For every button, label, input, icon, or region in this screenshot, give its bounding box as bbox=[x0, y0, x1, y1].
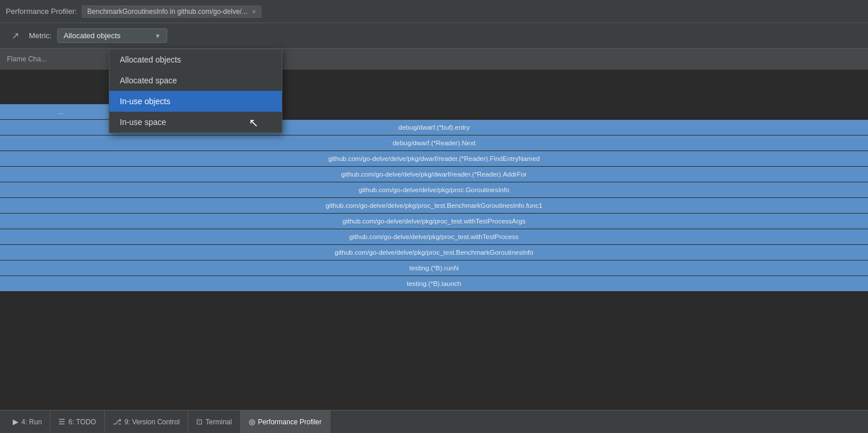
dropdown-item-allocated-space[interactable]: Allocated space bbox=[109, 70, 282, 91]
title-bar: Performance Profiler: BenchmarkGoroutine… bbox=[0, 0, 868, 23]
profiler-icon: ◎ bbox=[249, 417, 255, 426]
dropdown-item-inuse-space[interactable]: In-use space bbox=[109, 112, 282, 133]
table-row: github.com/go-delve/delve/pkg/dwarf/read… bbox=[0, 151, 868, 166]
status-bar: ▶ 4: Run ☰ 6: TODO ⎇ 9: Version Control … bbox=[0, 410, 868, 433]
flame-bar-5[interactable]: github.com/go-delve/delve/pkg/proc_test.… bbox=[0, 198, 868, 213]
status-todo-label: 6: TODO bbox=[68, 418, 96, 426]
flame-bar-10[interactable]: testing.(*B).launch bbox=[0, 276, 868, 291]
export-button[interactable]: ↗ bbox=[7, 28, 23, 44]
status-run[interactable]: ▶ 4: Run bbox=[5, 410, 50, 433]
flame-bar-3[interactable]: github.com/go-delve/delve/pkg/dwarf/read… bbox=[0, 167, 868, 182]
status-vcs-label: 9: Version Control bbox=[124, 418, 179, 426]
table-row: github.com/go-delve/delve/pkg/proc.Gorou… bbox=[0, 182, 868, 197]
terminal-icon: ⊡ bbox=[196, 417, 203, 426]
status-terminal-label: Terminal bbox=[205, 418, 231, 426]
flame-chart-label: Flame Cha... bbox=[7, 55, 47, 63]
metric-dropdown-menu: Allocated objects Allocated space In-use… bbox=[109, 49, 282, 133]
status-run-label: 4: Run bbox=[21, 418, 42, 426]
table-row: github.com/go-delve/delve/pkg/proc_test.… bbox=[0, 229, 868, 244]
status-todo[interactable]: ☰ 6: TODO bbox=[50, 410, 105, 433]
table-row: testing.(*B).launch bbox=[0, 276, 868, 291]
export-icon: ↗ bbox=[12, 30, 19, 41]
table-row: github.com/go-delve/delve/pkg/proc_test.… bbox=[0, 214, 868, 229]
main-toolbar: ↗ Metric: Allocated objects ▼ bbox=[0, 23, 868, 49]
table-row: github.com/go-delve/delve/pkg/dwarf/read… bbox=[0, 167, 868, 182]
flame-bar-short[interactable]: ... bbox=[0, 104, 122, 119]
tab-label: BenchmarkGoroutinesInfo in github.com/go… bbox=[87, 8, 248, 16]
tab-close-button[interactable]: × bbox=[252, 8, 256, 15]
flame-bar-7[interactable]: github.com/go-delve/delve/pkg/proc_test.… bbox=[0, 229, 868, 244]
metric-label: Metric: bbox=[29, 31, 52, 40]
flame-bar-2[interactable]: github.com/go-delve/delve/pkg/dwarf/read… bbox=[0, 151, 868, 166]
table-row: github.com/go-delve/delve/pkg/proc_test.… bbox=[0, 245, 868, 260]
run-icon: ▶ bbox=[13, 417, 19, 426]
status-profiler-label: Performance Profiler bbox=[258, 418, 322, 426]
status-terminal[interactable]: ⊡ Terminal bbox=[188, 410, 240, 433]
table-row: testing.(*B).runN bbox=[0, 260, 868, 276]
flame-bar-9[interactable]: testing.(*B).runN bbox=[0, 260, 868, 276]
flame-bar-4[interactable]: github.com/go-delve/delve/pkg/proc.Gorou… bbox=[0, 182, 868, 197]
status-version-control[interactable]: ⎇ 9: Version Control bbox=[105, 410, 188, 433]
flame-bar-8[interactable]: github.com/go-delve/delve/pkg/proc_test.… bbox=[0, 245, 868, 260]
table-row: debug/dwarf.(*Reader).Next bbox=[0, 135, 868, 151]
flame-bar-1[interactable]: debug/dwarf.(*Reader).Next bbox=[0, 135, 868, 151]
todo-icon: ☰ bbox=[58, 417, 65, 426]
app-title: Performance Profiler: bbox=[6, 7, 77, 16]
status-performance-profiler[interactable]: ◎ Performance Profiler bbox=[241, 410, 330, 433]
benchmark-tab[interactable]: BenchmarkGoroutinesInfo in github.com/go… bbox=[82, 5, 262, 18]
chevron-down-icon: ▼ bbox=[155, 32, 161, 39]
vcs-icon: ⎇ bbox=[113, 417, 122, 426]
selected-metric-label: Allocated objects bbox=[64, 31, 120, 40]
dropdown-item-inuse-objects[interactable]: In-use objects bbox=[109, 91, 282, 112]
metric-dropdown[interactable]: Allocated objects ▼ bbox=[57, 28, 167, 43]
flame-bar-6[interactable]: github.com/go-delve/delve/pkg/proc_test.… bbox=[0, 214, 868, 229]
table-row: github.com/go-delve/delve/pkg/proc_test.… bbox=[0, 198, 868, 213]
dropdown-item-allocated-objects[interactable]: Allocated objects bbox=[109, 49, 282, 70]
